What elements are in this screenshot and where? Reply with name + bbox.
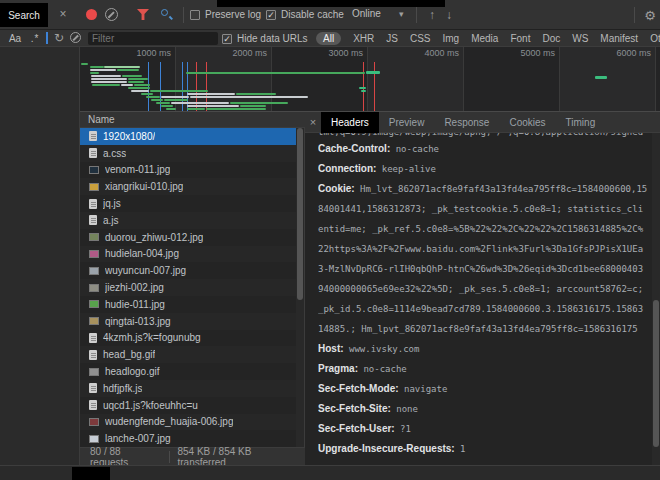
pill-doc[interactable]: Doc [542, 33, 560, 44]
gear-icon[interactable]: ⚙ [642, 7, 658, 23]
table-row[interactable]: hdfjpfk.js [80, 380, 297, 397]
table-row[interactable]: venom-011.jpg [80, 162, 297, 179]
waterfall-bar [161, 96, 189, 98]
table-row[interactable]: hudie-011.jpg [80, 296, 297, 313]
waterfall-bar [230, 102, 288, 104]
table-row[interactable]: lanche-007.jpg [80, 430, 297, 447]
time-tick-label: 4000 ms [424, 48, 459, 58]
tab-cookies[interactable]: Cookies [499, 112, 555, 133]
pill-img[interactable]: Img [442, 33, 459, 44]
pill-all[interactable]: All [316, 32, 341, 45]
name-column-header[interactable]: Name [80, 112, 305, 128]
details-scroll-thumb[interactable] [653, 300, 659, 447]
tab-response[interactable]: Response [434, 112, 499, 133]
table-row[interactable]: jq.js [80, 195, 297, 212]
record-icon[interactable] [86, 9, 97, 20]
match-case-button[interactable]: Aa [7, 32, 23, 45]
header-entry: Cookie: Hm_lvt_862071acf8e9faf43a13fd4ea… [318, 179, 648, 339]
header-value: none [391, 404, 418, 414]
close-icon[interactable]: × [305, 116, 321, 128]
request-name: a.js [103, 215, 119, 226]
hide-data-urls-checkbox[interactable]: ✓ [222, 34, 232, 44]
document-file-icon [89, 148, 97, 158]
import-har-icon[interactable]: ↑ [426, 7, 438, 23]
request-name: lanche-007.jpg [105, 433, 171, 444]
table-row[interactable]: 1920x1080/ [80, 128, 297, 145]
waterfall-bar [90, 69, 116, 71]
header-entry: Sec-Fetch-Site: none [318, 399, 648, 419]
table-row[interactable]: wuyuncun-007.jpg [80, 262, 297, 279]
table-row[interactable]: a.js [80, 212, 297, 229]
header-name: Sec-Fetch-User: [318, 423, 395, 434]
waterfall-bar [171, 102, 229, 104]
pill-font[interactable]: Font [510, 33, 530, 44]
disable-cache-checkbox[interactable]: ✓ [266, 10, 276, 20]
table-row[interactable]: uqcd1.js?kfoeuhhc=u [80, 397, 297, 414]
preserve-log-checkbox[interactable] [190, 10, 200, 20]
request-name: xiangrikui-010.jpg [105, 181, 183, 192]
table-row[interactable]: wudengfende_huajia-006.jpg [80, 414, 297, 431]
throttling-dropdown[interactable]: Online ▾ [352, 8, 403, 19]
load-event-line [374, 62, 375, 112]
filter-input[interactable] [88, 32, 218, 45]
refresh-icon[interactable]: ↻ [52, 30, 66, 46]
search-drawer-tab[interactable]: Search [0, 3, 48, 27]
tab-headers[interactable]: Headers [321, 112, 379, 133]
hide-data-urls-toggle[interactable]: ✓ Hide data URLs [222, 33, 308, 44]
waterfall-bar [122, 75, 142, 77]
pill-xhr[interactable]: XHR [353, 33, 374, 44]
network-overview-waterfall[interactable]: 1000 ms2000 ms3000 ms4000 ms5000 ms6000 … [80, 47, 660, 112]
disable-cache-label: Disable cache [281, 9, 344, 20]
list-scroll-thumb[interactable] [297, 128, 303, 300]
header-entry: Connection: keep-alive [318, 159, 648, 179]
pill-media[interactable]: Media [471, 33, 498, 44]
table-row[interactable]: a.css [80, 145, 297, 162]
pill-css[interactable]: CSS [410, 33, 431, 44]
list-scrollbar[interactable] [296, 128, 304, 447]
table-row[interactable]: duorou_zhiwu-012.jpg [80, 229, 297, 246]
header-value: navigate [399, 384, 448, 394]
time-tick-label: 1000 ms [136, 48, 171, 58]
header-value: 1 [455, 444, 466, 454]
close-icon[interactable]: × [56, 5, 70, 23]
waterfall-bar [187, 93, 235, 95]
table-row[interactable]: jiezhi-002.jpg [80, 279, 297, 296]
clear-icon[interactable] [105, 8, 118, 21]
table-row[interactable]: headlogo.gif [80, 363, 297, 380]
table-row[interactable]: 4kzmh.js?k=fogunubg [80, 330, 297, 347]
table-row[interactable]: xiangrikui-010.jpg [80, 178, 297, 195]
image-file-icon [89, 317, 99, 325]
waterfall-bar [156, 102, 170, 104]
tab-preview[interactable]: Preview [379, 112, 435, 133]
disable-cache-toggle[interactable]: ✓ Disable cache [266, 9, 344, 20]
search-icon[interactable] [160, 8, 173, 21]
waterfall-bar [236, 93, 276, 95]
pill-js[interactable]: JS [386, 33, 398, 44]
request-name: wudengfende_huajia-006.jpg [105, 416, 233, 427]
clear-search-icon[interactable] [70, 32, 81, 43]
preserve-log-toggle[interactable]: Preserve log [190, 9, 261, 20]
details-scrollbar[interactable] [652, 133, 660, 465]
document-file-icon [89, 350, 97, 360]
request-name: jq.js [103, 198, 121, 209]
table-row[interactable]: qingtai-013.jpg [80, 313, 297, 330]
header-name: Cookie: [318, 183, 355, 194]
chevron-down-icon: ▾ [399, 9, 404, 19]
document-file-icon [89, 383, 97, 393]
pill-manifest[interactable]: Manifest [600, 33, 638, 44]
table-row[interactable]: hudielan-004.jpg [80, 246, 297, 263]
waterfall-bar [141, 93, 153, 95]
focus-indicator [46, 32, 48, 44]
header-name: Cache-Control: [318, 143, 390, 154]
regex-button[interactable]: .* [28, 32, 42, 45]
filter-funnel-icon[interactable] [137, 9, 149, 20]
tab-timing[interactable]: Timing [556, 112, 606, 133]
waterfall-bar [90, 72, 99, 74]
request-name: jiezhi-002.jpg [105, 282, 164, 293]
waterfall-bar [92, 84, 120, 86]
pill-other[interactable]: Other [650, 33, 660, 44]
pill-ws[interactable]: WS [572, 33, 588, 44]
table-row[interactable]: head_bg.gif [80, 346, 297, 363]
image-file-icon [89, 233, 99, 241]
export-har-icon[interactable]: ↓ [443, 7, 455, 23]
